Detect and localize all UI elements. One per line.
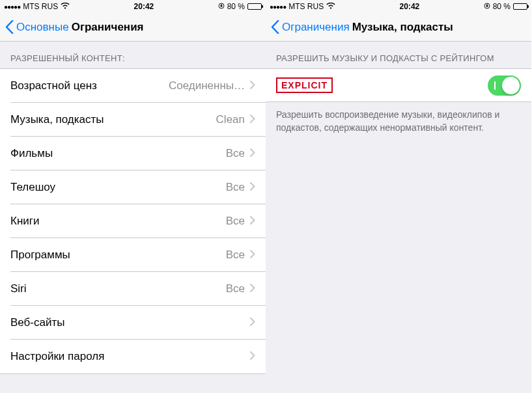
status-bar: ●●●●● MTS RUS 20:42 80 %	[0, 0, 266, 13]
row-value: Все	[226, 249, 245, 262]
chevron-right-icon	[250, 182, 255, 193]
battery-icon	[513, 3, 527, 10]
row-label: Телешоу	[10, 181, 226, 194]
wifi-icon	[61, 2, 70, 11]
chevron-right-icon	[250, 283, 255, 295]
status-time: 20:42	[134, 2, 154, 11]
wifi-icon	[326, 2, 335, 11]
rotation-lock-icon	[218, 2, 225, 11]
section-footer: Разрешить воспроизведение музыки, видеок…	[266, 102, 531, 141]
page-title: Ограничения	[72, 21, 144, 34]
row-label: Программы	[10, 249, 226, 262]
svg-rect-3	[486, 5, 488, 7]
row-label: Фильмы	[10, 147, 226, 160]
section-header: РАЗРЕШЕННЫЙ КОНТЕНТ:	[0, 42, 266, 68]
status-left: ●●●●● MTS RUS	[4, 2, 70, 11]
row-value: Соединенны…	[169, 79, 245, 92]
status-right: 80 %	[218, 2, 262, 11]
row-label: Музыка, подкасты	[10, 113, 216, 126]
explicit-switch[interactable]	[488, 75, 521, 96]
page-title: Музыка, подкасты	[352, 21, 453, 34]
status-bar: ●●●●● MTS RUS 20:42 80 %	[266, 0, 531, 13]
row-value: Clean	[216, 113, 245, 126]
battery-percent: 80 %	[227, 2, 245, 11]
nav-bar: Основные Ограничения	[0, 13, 266, 42]
signal-dots-icon: ●●●●●	[4, 3, 20, 10]
battery-percent: 80 %	[493, 2, 511, 11]
chevron-right-icon	[250, 351, 255, 362]
list-row[interactable]: ПрограммыВсе	[0, 238, 266, 272]
status-right: 80 %	[484, 2, 527, 11]
list-row[interactable]: Настройки пароля	[0, 340, 266, 373]
explicit-toggle-row: EXPLICIT	[266, 68, 531, 102]
row-label: Возрастной ценз	[10, 79, 169, 92]
screen-music-podcasts: ●●●●● MTS RUS 20:42 80 % Ограничения Муз…	[266, 0, 531, 393]
chevron-left-icon	[5, 20, 14, 34]
status-left: ●●●●● MTS RUS	[270, 2, 335, 11]
list-row[interactable]: SiriВсе	[0, 272, 266, 306]
list-row[interactable]: Музыка, подкастыClean	[0, 103, 266, 137]
chevron-right-icon	[250, 215, 255, 227]
chevron-left-icon	[271, 20, 279, 34]
row-label: Настройки пароля	[10, 350, 250, 363]
svg-rect-1	[220, 5, 222, 7]
screen-restrictions: ●●●●● MTS RUS 20:42 80 % Основные Ограни…	[0, 0, 266, 393]
battery-icon	[247, 3, 262, 10]
list-row[interactable]: ФильмыВсе	[0, 137, 266, 170]
nav-bar: Ограничения Музыка, подкасты	[266, 13, 531, 42]
status-time: 20:42	[400, 2, 420, 11]
chevron-right-icon	[250, 114, 255, 126]
row-label: Веб-сайты	[10, 316, 250, 329]
carrier-label: MTS RUS	[288, 2, 324, 11]
row-value: Все	[226, 147, 245, 160]
signal-dots-icon: ●●●●●	[270, 3, 286, 10]
row-label: Siri	[10, 282, 226, 295]
content-list: Возрастной цензСоединенны…Музыка, подкас…	[0, 68, 266, 374]
back-button[interactable]: Основные	[5, 20, 69, 34]
chevron-right-icon	[250, 148, 255, 159]
row-value: Все	[226, 181, 245, 194]
back-label: Ограничения	[282, 21, 350, 34]
rotation-lock-icon	[484, 2, 490, 11]
list-row[interactable]: КнигиВсе	[0, 204, 266, 238]
chevron-right-icon	[250, 249, 255, 261]
list-row[interactable]: Возрастной цензСоединенны…	[0, 69, 266, 103]
back-button[interactable]: Ограничения	[271, 20, 350, 34]
list-row[interactable]: Веб-сайты	[0, 306, 266, 340]
row-value: Все	[226, 215, 245, 228]
explicit-badge: EXPLICIT	[276, 77, 333, 93]
row-label: Книги	[10, 215, 226, 228]
section-header: РАЗРЕШИТЬ МУЗЫКУ И ПОДКАСТЫ С РЕЙТИНГОМ	[266, 42, 531, 68]
list-row[interactable]: ТелешоуВсе	[0, 170, 266, 204]
back-label: Основные	[16, 21, 69, 34]
carrier-label: MTS RUS	[23, 2, 58, 11]
chevron-right-icon	[250, 80, 255, 92]
chevron-right-icon	[250, 317, 255, 329]
row-value: Все	[226, 282, 245, 295]
